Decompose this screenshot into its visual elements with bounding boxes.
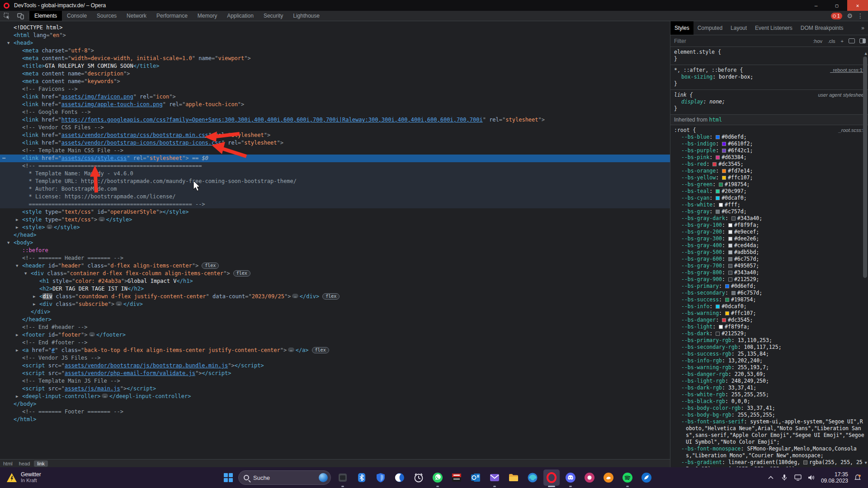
- css-variable[interactable]: --bs-danger-rgb: 220,53,69;: [674, 371, 865, 378]
- taskbar-app-clock-app[interactable]: [409, 467, 428, 488]
- code-line[interactable]: </div>: [0, 308, 670, 316]
- expand-arrow-icon[interactable]: ▶: [16, 347, 18, 354]
- css-variable[interactable]: --bs-cyan: #0dcaf0;: [674, 195, 865, 202]
- code-line[interactable]: <!-- End #footer -->: [0, 339, 670, 347]
- tray-chevron-up-icon[interactable]: [765, 471, 777, 484]
- css-variable[interactable]: --bs-primary: #0d6efd;: [674, 283, 865, 290]
- taskbar-app-whatsapp[interactable]: [428, 467, 447, 488]
- node-menu-dots-icon[interactable]: ⋯: [2, 155, 6, 162]
- css-variable[interactable]: --bs-gray-dark: #343a40;: [674, 215, 865, 222]
- resource-link[interactable]: https://fonts.googleapis.com/css?family=…: [61, 117, 483, 123]
- color-swatch[interactable]: [722, 176, 726, 180]
- css-variable[interactable]: --bs-blue: #0d6efd;: [674, 134, 865, 141]
- inline-expand-button[interactable]: …: [89, 332, 95, 337]
- css-variable[interactable]: --bs-warning: #ffc107;: [674, 310, 865, 317]
- color-swatch[interactable]: [719, 183, 723, 187]
- taskbar-app-pink-app[interactable]: [580, 467, 599, 488]
- css-variable[interactable]: --bs-teal: #20c997;: [674, 188, 865, 195]
- code-line[interactable]: ▼<head>: [0, 39, 670, 47]
- code-line[interactable]: ▶<style>…</style>: [0, 224, 670, 231]
- taskbar-app-security-shield[interactable]: [371, 467, 390, 488]
- color-swatch[interactable]: [728, 257, 732, 261]
- css-variable[interactable]: --bs-orange: #fd7e14;: [674, 168, 865, 174]
- css-variable[interactable]: --bs-black-rgb: 0,0,0;: [674, 398, 865, 405]
- expand-arrow-icon[interactable]: ▶: [33, 293, 35, 300]
- taskbar-app-blue-ball-app[interactable]: [637, 467, 656, 488]
- code-line[interactable]: ::before: [0, 247, 670, 254]
- scroll-down-icon[interactable]: ▼: [865, 460, 867, 465]
- rendering-icon[interactable]: [849, 38, 855, 43]
- taskbar-app-orange-app[interactable]: [599, 467, 618, 488]
- tab-application[interactable]: Application: [222, 11, 259, 21]
- code-line[interactable]: <!-- End #header -->: [0, 324, 670, 331]
- css-variable[interactable]: --bs-gradient: linear-gradient(180deg, r…: [674, 459, 865, 467]
- code-line[interactable]: ▼<div class="container d-flex flex-colum…: [0, 270, 670, 277]
- speaker-icon[interactable]: [806, 471, 817, 484]
- taskbar-app-edge[interactable]: [523, 467, 542, 488]
- tab-lighthouse[interactable]: Lighthouse: [288, 11, 325, 21]
- color-swatch[interactable]: [725, 311, 729, 315]
- css-variable[interactable]: --bs-red: #dc3545;: [674, 161, 865, 168]
- code-line[interactable]: <title>GTA ROLEPLAY 5M COMING SOON</titl…: [0, 62, 670, 70]
- code-line[interactable]: <link href="assets/vendor/bootstrap-icon…: [0, 139, 670, 147]
- resource-link[interactable]: assets/img/favicon.png: [61, 94, 133, 100]
- expand-arrow-icon[interactable]: ▶: [16, 216, 18, 224]
- css-variable[interactable]: --bs-secondary: #6c757d;: [674, 290, 865, 296]
- color-swatch[interactable]: [725, 298, 729, 302]
- maximize-button[interactable]: ▢: [826, 0, 847, 11]
- collapse-arrow-icon[interactable]: ▼: [24, 270, 27, 277]
- taskbar-app-mail-app[interactable]: [485, 467, 504, 488]
- class-toggle[interactable]: .cls: [825, 38, 838, 44]
- code-line[interactable]: <!-- ======= Header ======= -->: [0, 254, 670, 262]
- code-line[interactable]: <!-- Favicons -->: [0, 85, 670, 93]
- code-line[interactable]: <script src="assets/vendor/php-email-for…: [0, 370, 670, 377]
- inspect-element-icon[interactable]: [0, 11, 14, 21]
- color-swatch[interactable]: [731, 291, 736, 295]
- more-tabs-icon[interactable]: »: [858, 21, 868, 35]
- css-variable[interactable]: --bs-font-sans-serif: system-ui,-apple-s…: [674, 418, 865, 446]
- color-swatch[interactable]: [728, 264, 732, 268]
- inline-expand-button[interactable]: …: [47, 225, 52, 229]
- color-swatch[interactable]: [716, 210, 720, 214]
- inline-expand-button[interactable]: …: [99, 217, 104, 221]
- code-line[interactable]: <h1 style="color: #24ab3a">Global Impact…: [0, 277, 670, 285]
- code-line[interactable]: * Template Name: Maundy - v4.6.0: [0, 170, 670, 178]
- taskbar-app-bluetooth[interactable]: [352, 467, 371, 488]
- scroll-up-icon[interactable]: ▲: [865, 51, 867, 56]
- cast-display-icon[interactable]: [792, 471, 804, 484]
- color-swatch[interactable]: [716, 196, 720, 200]
- start-button[interactable]: [221, 470, 236, 485]
- css-variable[interactable]: --bs-gray-500: #adb5bd;: [674, 249, 865, 256]
- code-line[interactable]: <!-- Template Main JS File -->: [0, 377, 670, 385]
- taskbar-weather-widget[interactable]: Gewitter In Kraft: [6, 472, 41, 483]
- css-declaration[interactable]: display: none;: [674, 99, 865, 105]
- css-variable[interactable]: --bs-white: #fff;: [674, 202, 865, 208]
- color-swatch[interactable]: [719, 203, 723, 207]
- css-variable[interactable]: --bs-gray-600: #6c757d;: [674, 256, 865, 263]
- styles-tab-styles[interactable]: Styles: [670, 21, 693, 35]
- css-variable[interactable]: --bs-gray-200: #e9ecef;: [674, 229, 865, 235]
- resource-link[interactable]: assets/vendor/bootstrap/js/bootstrap.bun…: [65, 362, 228, 369]
- breadcrumb-item-link[interactable]: link: [34, 460, 48, 467]
- microphone-icon[interactable]: [778, 471, 790, 484]
- color-swatch[interactable]: [722, 318, 726, 322]
- settings-gear-icon[interactable]: ⚙: [847, 12, 853, 19]
- flex-badge[interactable]: flex: [202, 263, 219, 269]
- color-swatch[interactable]: [803, 460, 807, 465]
- code-line[interactable]: </head>: [0, 231, 670, 239]
- code-line[interactable]: ▶<deepl-input-controller>…</deepl-input-…: [0, 393, 670, 400]
- inline-expand-button[interactable]: …: [292, 294, 298, 298]
- expand-arrow-icon[interactable]: ▶: [16, 331, 18, 339]
- inline-expand-button[interactable]: …: [102, 394, 108, 398]
- styles-filter-input[interactable]: Filter: [670, 38, 810, 44]
- close-button[interactable]: ✕: [847, 0, 868, 11]
- tab-elements[interactable]: Elements: [29, 11, 62, 21]
- code-line[interactable]: <link href="assets/vendor/bootstrap/css/…: [0, 131, 670, 139]
- flex-badge[interactable]: flex: [233, 270, 250, 277]
- code-line[interactable]: ========================================…: [0, 201, 670, 208]
- color-swatch[interactable]: [719, 325, 723, 329]
- taskbar-app-voicemeeter[interactable]: [447, 467, 466, 488]
- color-swatch[interactable]: [728, 223, 732, 227]
- resource-link[interactable]: assets/img/apple-touch-icon.png: [61, 101, 163, 108]
- taskbar-app-opera[interactable]: [542, 467, 561, 488]
